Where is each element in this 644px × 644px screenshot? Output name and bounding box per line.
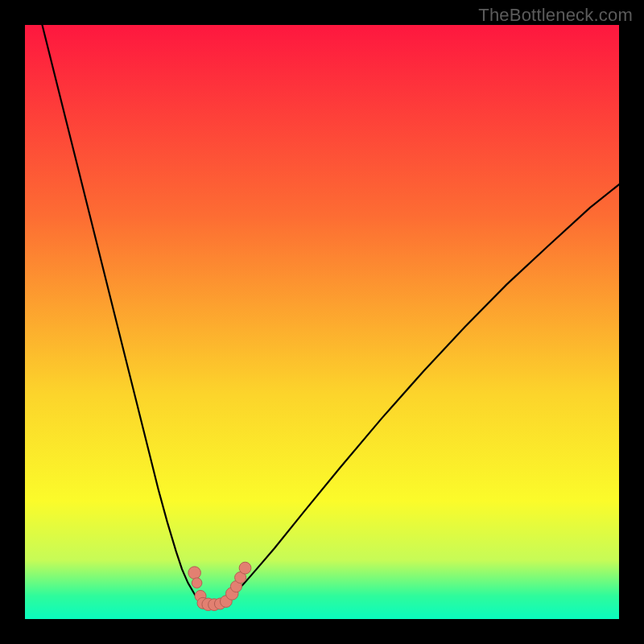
data-marker [188, 567, 201, 580]
chart-frame: TheBottleneck.com [0, 0, 644, 644]
plot-background [24, 24, 620, 620]
data-marker [239, 562, 251, 574]
data-marker [192, 578, 202, 588]
watermark-text: TheBottleneck.com [478, 5, 633, 26]
chart-svg [0, 0, 644, 644]
